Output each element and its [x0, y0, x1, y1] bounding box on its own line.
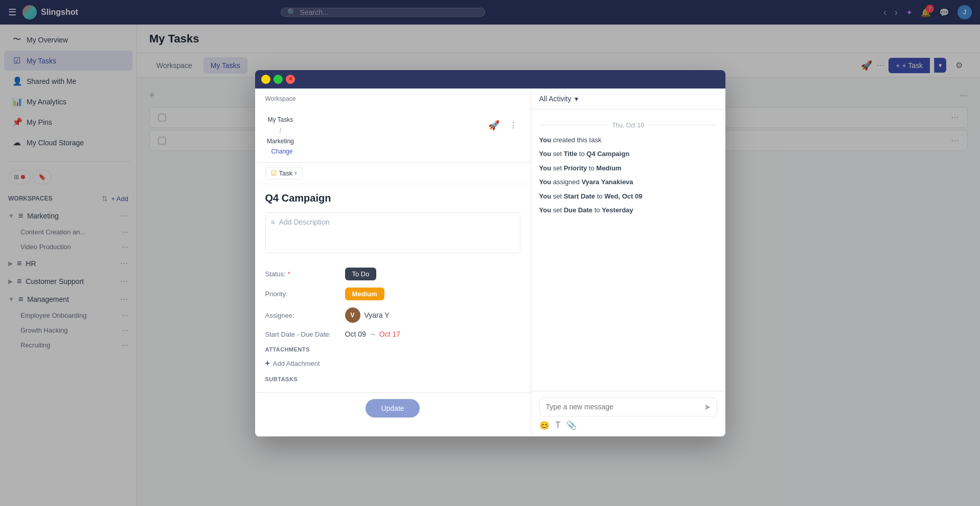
- activity-item: You set Priority to Medium: [539, 163, 717, 173]
- task-type-row: ☑ Task ▾: [255, 163, 531, 184]
- activity-value: Yesterday: [602, 206, 633, 214]
- activity-item: You set Start Date to Wed, Oct 09: [539, 191, 717, 202]
- due-date[interactable]: Oct 17: [379, 330, 400, 338]
- add-attachment-button[interactable]: + Add Attachment: [265, 357, 520, 370]
- status-label: Status: *: [265, 270, 337, 278]
- attachment-button[interactable]: 📎: [566, 421, 577, 430]
- activity-item: You set Due Date to Yesterday: [539, 205, 717, 215]
- status-badge[interactable]: To Do: [345, 268, 377, 280]
- priority-label: Priority:: [265, 290, 337, 298]
- minimize-button[interactable]: [261, 75, 270, 84]
- activity-feed: Thu, Oct 10 You created this task You se…: [531, 109, 725, 391]
- modal-overlay: ✕ Workspace My Tasks / Marketing Change: [0, 0, 980, 506]
- attachments-section: ATTACHMENTS + Add Attachment: [255, 346, 531, 376]
- activity-field: Title: [564, 150, 578, 158]
- task-rocket-btn[interactable]: 🚀: [486, 117, 502, 134]
- avatar[interactable]: V: [345, 307, 360, 323]
- task-title-input[interactable]: [255, 184, 531, 212]
- task-panel-header: Workspace My Tasks / Marketing Change 🚀 …: [255, 89, 531, 163]
- activity-date-divider: Thu, Oct 10: [539, 122, 717, 129]
- task-detail-modal: ✕ Workspace My Tasks / Marketing Change: [255, 70, 725, 436]
- task-panel-actions: 🚀 ⋮: [486, 117, 520, 134]
- all-activity-dropdown[interactable]: All Activity ▾: [539, 95, 578, 103]
- desc-icon: ≡: [271, 218, 275, 226]
- status-field-row: Status: * To Do: [265, 268, 520, 280]
- activity-actor: You: [539, 136, 552, 144]
- update-button[interactable]: Update: [366, 399, 419, 417]
- breadcrumb-workspace-name: My Tasks: [268, 116, 293, 124]
- activity-field: Priority: [564, 164, 587, 172]
- activity-item: You assigned Vyara Yanakieva: [539, 177, 717, 187]
- activity-field: Due Date: [564, 206, 592, 214]
- activity-actor: You: [539, 192, 552, 200]
- activity-item: You created this task: [539, 135, 717, 145]
- modal-titlebar: ✕: [255, 70, 725, 89]
- priority-field-row: Priority: Medium: [265, 288, 520, 300]
- activity-value: Vyara Yanakieva: [581, 178, 633, 186]
- message-input-row: ➤: [539, 398, 717, 416]
- task-type-badge[interactable]: ☑ Task ▾: [265, 167, 303, 180]
- maximize-button[interactable]: [274, 75, 283, 84]
- date-arrow: →: [369, 330, 376, 338]
- desc-placeholder: Add Description: [279, 218, 330, 226]
- activity-text: created this task: [553, 136, 602, 144]
- task-panel-footer: Update: [255, 392, 531, 432]
- date-row: Oct 09 → Oct 17: [345, 330, 401, 338]
- assignee-field-row: Assignee: V Vyara Y: [265, 307, 520, 323]
- breadcrumb-change-btn[interactable]: Change: [271, 147, 292, 156]
- activity-actor: You: [539, 150, 552, 158]
- activity-date: Thu, Oct 10: [612, 122, 644, 129]
- assignee-label: Assignee:: [265, 312, 337, 319]
- activity-text: set: [553, 150, 564, 158]
- activity-text: to: [597, 192, 604, 200]
- modal-controls: ✕: [261, 75, 295, 84]
- activity-actor: You: [539, 206, 552, 214]
- date-field-row: Start Date - Due Date: Oct 09 → Oct 17: [265, 330, 520, 338]
- text-format-button[interactable]: T: [556, 421, 561, 430]
- modal-body: Workspace My Tasks / Marketing Change 🚀 …: [255, 89, 725, 436]
- activity-text: set: [553, 206, 564, 214]
- plus-icon: +: [265, 359, 270, 368]
- breadcrumb-sep: /: [280, 126, 281, 135]
- activity-item: You set Title to Q4 Campaign: [539, 149, 717, 159]
- task-type-label: Task: [279, 169, 293, 177]
- assignee-name: Vyara Y: [364, 311, 390, 319]
- activity-text: to: [595, 206, 602, 214]
- emoji-button[interactable]: 😊: [539, 421, 550, 430]
- task-fields: Status: * To Do Priority: Medium Assigne…: [255, 259, 531, 346]
- activity-text: to: [589, 164, 596, 172]
- start-date[interactable]: Oct 09: [345, 330, 366, 338]
- activity-actor: You: [539, 178, 552, 186]
- activity-panel: All Activity ▾ Thu, Oct 10 You created t…: [531, 89, 725, 436]
- breadcrumb-workspace-label: Workspace: [265, 95, 296, 103]
- activity-field: Start Date: [564, 192, 595, 200]
- priority-badge[interactable]: Medium: [345, 288, 384, 300]
- message-tools: 😊 T 📎: [539, 421, 717, 430]
- required-indicator: *: [288, 270, 290, 278]
- task-description-area[interactable]: ≡ Add Description: [265, 212, 520, 253]
- activity-header: All Activity ▾: [531, 89, 725, 109]
- activity-text: set: [553, 164, 564, 172]
- message-input[interactable]: [546, 403, 700, 411]
- activity-value: Medium: [596, 164, 621, 172]
- message-area: ➤ 😊 T 📎: [531, 391, 725, 436]
- dropdown-chevron: ▾: [575, 95, 578, 103]
- subtasks-section: SUBTASKS: [255, 376, 531, 392]
- subtasks-label: SUBTASKS: [265, 376, 520, 382]
- attachments-label: ATTACHMENTS: [265, 346, 520, 353]
- task-type-chevron: ▾: [294, 170, 297, 176]
- activity-text: set: [553, 192, 564, 200]
- all-activity-label: All Activity: [539, 95, 572, 103]
- add-attachment-label: Add Attachment: [273, 360, 320, 367]
- date-label: Start Date - Due Date:: [265, 331, 337, 338]
- task-more-btn[interactable]: ⋮: [506, 118, 520, 133]
- activity-actor: You: [539, 164, 552, 172]
- breadcrumb: Workspace My Tasks / Marketing Change: [265, 95, 296, 157]
- activity-text: to: [579, 150, 586, 158]
- send-button[interactable]: ➤: [704, 402, 711, 412]
- task-detail-panel: Workspace My Tasks / Marketing Change 🚀 …: [255, 89, 531, 436]
- assignee-row: V Vyara Y: [345, 307, 390, 323]
- task-type-icon: ☑: [271, 169, 277, 177]
- activity-value: Q4 Campaign: [586, 150, 629, 158]
- close-button[interactable]: ✕: [286, 75, 295, 84]
